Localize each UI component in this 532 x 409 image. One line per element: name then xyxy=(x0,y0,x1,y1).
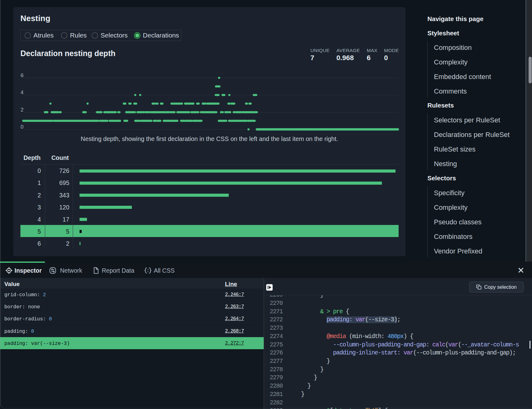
svg-text:0: 0 xyxy=(21,124,24,130)
svg-text:6: 6 xyxy=(21,73,24,78)
svg-text:2: 2 xyxy=(21,107,24,113)
svg-text:4: 4 xyxy=(21,90,24,95)
